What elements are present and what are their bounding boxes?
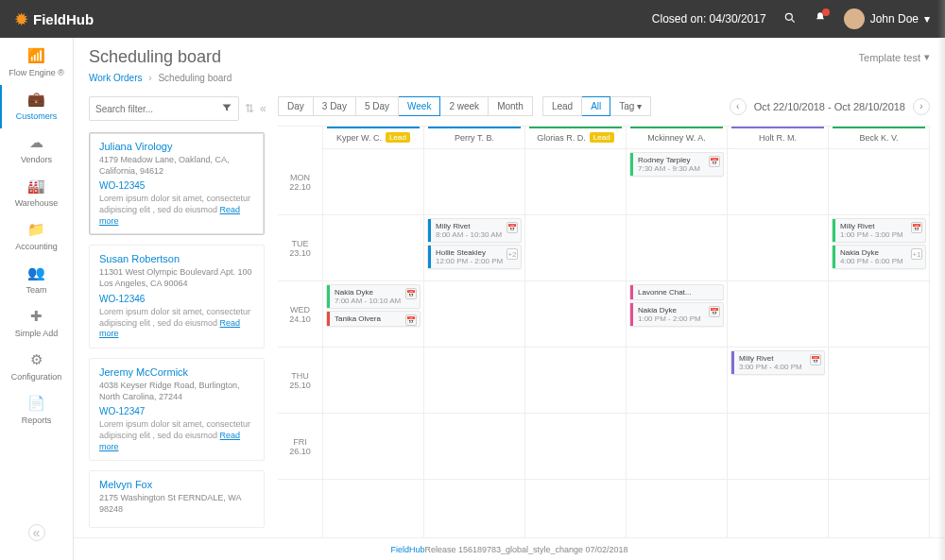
- event-time: 4:00 PM - 6:00 PM: [836, 257, 921, 265]
- calendar-cell[interactable]: [424, 348, 524, 414]
- calendar-cell[interactable]: [525, 348, 626, 414]
- event-card[interactable]: Nakia Dyke 1:00 PM - 2:00 PM 📅: [629, 302, 724, 327]
- customer-card[interactable]: Melvyn Fox 2175 Washington St FERNDALE, …: [89, 470, 265, 527]
- calendar-cell[interactable]: [728, 281, 828, 348]
- person-header[interactable]: Glorias R. D.Lead: [525, 127, 626, 149]
- work-order-link[interactable]: WO-12347: [99, 406, 254, 416]
- calendar-cell[interactable]: [627, 414, 727, 480]
- closed-on-label: Closed on: 04/30/2017: [652, 12, 766, 25]
- footer-brand[interactable]: FieldHub: [390, 545, 424, 554]
- calendar-cell[interactable]: [728, 149, 828, 215]
- calendar-icon: 📅: [405, 288, 417, 299]
- event-card[interactable]: Rodney Tarpley 7:30 AM - 9:30 AM 📅: [629, 152, 724, 177]
- filter-tag[interactable]: Tag ▾: [610, 96, 651, 116]
- work-order-link[interactable]: WO-12345: [99, 180, 254, 191]
- person-header[interactable]: Beck K. V.: [829, 127, 929, 149]
- sidebar-item-configuration[interactable]: ⚙Configuration: [0, 346, 73, 389]
- calendar-cell[interactable]: [728, 414, 828, 480]
- person-header[interactable]: Holt R. M.: [728, 127, 828, 149]
- sidebar-item-customers[interactable]: 💼Customers: [0, 85, 72, 128]
- read-more-link[interactable]: Read more: [99, 318, 240, 339]
- event-card[interactable]: Lavonne Chat...: [629, 284, 724, 300]
- view-week[interactable]: Week: [399, 96, 440, 116]
- calendar-cell[interactable]: Lavonne Chat... Nakia Dyke 1:00 PM - 2:0…: [627, 281, 727, 348]
- calendar-cell[interactable]: [728, 215, 828, 281]
- calendar-cell[interactable]: [424, 414, 524, 480]
- sidebar-item-reports[interactable]: 📄Reports: [0, 389, 73, 433]
- event-card[interactable]: Hollie Steakley 12:00 PM - 2:00 PM +2: [427, 245, 522, 269]
- sidebar-collapse-icon[interactable]: «: [28, 524, 45, 541]
- calendar-cell[interactable]: [829, 281, 929, 348]
- user-menu[interactable]: John Doe ▾: [844, 8, 930, 29]
- event-name: Tanika Olvera: [331, 314, 416, 323]
- calendar-cell[interactable]: [627, 348, 727, 414]
- view-day[interactable]: Day: [278, 96, 314, 116]
- template-selector[interactable]: Template test ▾: [859, 51, 930, 63]
- search-input[interactable]: [95, 104, 215, 114]
- notifications-icon[interactable]: [814, 11, 827, 27]
- prev-week-button[interactable]: ‹: [730, 98, 747, 115]
- view-5day[interactable]: 5 Day: [356, 96, 399, 116]
- calendar-cell[interactable]: Milly Rivet 1:00 PM - 3:00 PM 📅 Nakia Dy…: [829, 215, 929, 281]
- calendar-cell[interactable]: [525, 414, 626, 480]
- person-header[interactable]: Perry T. B.: [424, 127, 524, 149]
- overflow-badge[interactable]: +1: [911, 248, 922, 260]
- filter-lead[interactable]: Lead: [542, 96, 582, 116]
- calendar-cell[interactable]: [525, 281, 626, 348]
- lead-badge: Lead: [386, 132, 410, 143]
- event-card[interactable]: Milly Rivet 1:00 PM - 3:00 PM 📅: [832, 218, 926, 243]
- calendar-cell[interactable]: Rodney Tarpley 7:30 AM - 9:30 AM 📅: [627, 149, 727, 215]
- filter-icon[interactable]: [221, 102, 232, 115]
- calendar-cell[interactable]: Milly Rivet 3:00 PM - 4:00 PM 📅: [728, 348, 828, 414]
- calendar-cell[interactable]: [829, 414, 929, 480]
- calendar-cell[interactable]: [627, 215, 727, 281]
- calendar-cell[interactable]: [323, 215, 423, 281]
- chevron-down-icon: ▾: [637, 101, 642, 111]
- collapse-left-icon[interactable]: «: [260, 102, 266, 115]
- cloud-icon: ☁: [29, 134, 43, 151]
- sidebar-item-warehouse[interactable]: 🏭Warehouse: [0, 172, 73, 215]
- sidebar-item-simple-add[interactable]: ✚Simple Add: [0, 302, 73, 346]
- lead-badge: Lead: [590, 132, 614, 143]
- event-card[interactable]: Milly Rivet 8:00 AM - 10:30 AM 📅: [427, 218, 522, 243]
- event-card[interactable]: Milly Rivet 3:00 PM - 4:00 PM 📅: [730, 350, 825, 375]
- calendar-cell[interactable]: Milly Rivet 8:00 AM - 10:30 AM 📅 Hollie …: [424, 215, 524, 281]
- sidebar-item-flow-engine-[interactable]: 📶Flow Engine ®: [0, 42, 73, 85]
- person-header[interactable]: Kyper W. C.Lead: [323, 127, 423, 149]
- customer-card[interactable]: Susan Robertson 11301 West Olympic Boule…: [89, 245, 265, 348]
- work-order-link[interactable]: WO-12346: [99, 294, 254, 304]
- person-header[interactable]: Mckinney W. A.: [627, 127, 727, 149]
- event-card[interactable]: Tanika Olvera 📅: [326, 311, 421, 327]
- calendar-cell[interactable]: [424, 281, 524, 348]
- search-icon[interactable]: [783, 11, 797, 27]
- customer-card[interactable]: Jeremy McCormick 4038 Keyser Ridge Road,…: [89, 358, 265, 461]
- calendar-cell[interactable]: [323, 348, 423, 414]
- filter-all[interactable]: All: [582, 96, 610, 116]
- sidebar-item-accounting[interactable]: 📁Accounting: [0, 215, 73, 259]
- calendar-cell[interactable]: [829, 348, 929, 414]
- search-input-box[interactable]: [89, 96, 239, 121]
- calendar-cell[interactable]: [525, 149, 626, 215]
- event-card[interactable]: Nakia Dyke 7:00 AM - 10:10 AM 📅: [326, 284, 421, 309]
- logo[interactable]: ✹ FieldHub: [15, 10, 94, 28]
- calendar-cell[interactable]: Nakia Dyke 7:00 AM - 10:10 AM 📅 Tanika O…: [323, 281, 423, 348]
- breadcrumb-link[interactable]: Work Orders: [89, 73, 143, 83]
- calendar-cell[interactable]: [829, 149, 929, 215]
- calendar-cell[interactable]: [424, 149, 524, 215]
- view-3day[interactable]: 3 Day: [314, 96, 356, 116]
- read-more-link[interactable]: Read more: [99, 431, 240, 451]
- read-more-link[interactable]: Read more: [99, 205, 240, 226]
- next-week-button[interactable]: ›: [913, 98, 930, 115]
- customer-card[interactable]: Juliana Virology 4179 Meadow Lane, Oakla…: [89, 132, 265, 235]
- sidebar-item-team[interactable]: 👥Team: [0, 259, 73, 302]
- sidebar-item-vendors[interactable]: ☁Vendors: [0, 128, 73, 172]
- sort-icon[interactable]: ⇅: [245, 102, 254, 115]
- calendar-cell[interactable]: [525, 215, 626, 281]
- view-2week[interactable]: 2 week: [440, 96, 489, 116]
- event-card[interactable]: Nakia Dyke 4:00 PM - 6:00 PM +1: [832, 245, 926, 269]
- scrollbar[interactable]: [937, 0, 945, 560]
- view-month[interactable]: Month: [489, 96, 533, 116]
- calendar-cell[interactable]: [323, 414, 423, 480]
- overflow-badge[interactable]: +2: [507, 248, 518, 260]
- calendar-cell[interactable]: [323, 149, 423, 215]
